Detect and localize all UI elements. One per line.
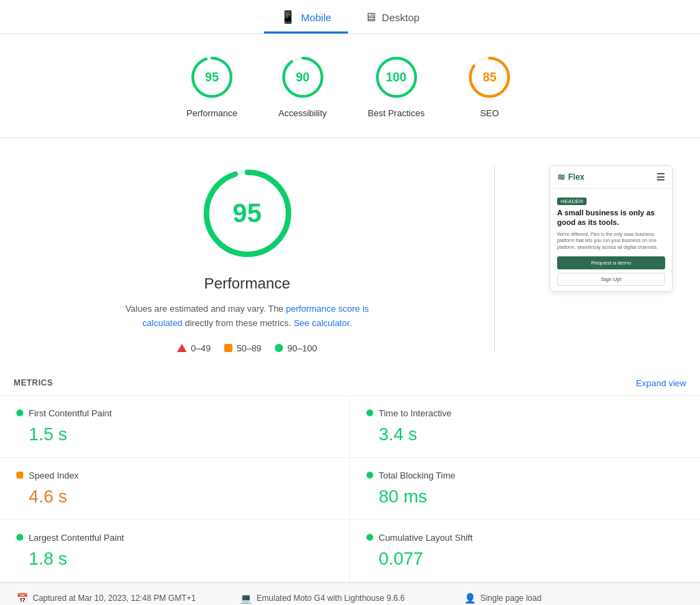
circle-performance: 95 bbox=[188, 53, 236, 101]
tab-desktop-label: Desktop bbox=[382, 12, 420, 23]
legend-good: 90–100 bbox=[275, 343, 317, 353]
mock-heading: A small business is only as good as its … bbox=[557, 208, 665, 228]
mobile-icon: 📱 bbox=[280, 10, 295, 25]
metric-label-si: Speed Index bbox=[29, 470, 79, 481]
metric-tti: Time to Interactive 3.4 s bbox=[350, 396, 700, 458]
score-best-practices: 100 Best Practices bbox=[368, 53, 425, 118]
score-value-best-practices: 100 bbox=[386, 70, 407, 85]
metric-name-row-si: Speed Index bbox=[16, 470, 333, 481]
footer-text: Captured at Mar 10, 2023, 12:48 PM GMT+1 bbox=[33, 593, 196, 603]
circle-best-practices: 100 bbox=[373, 53, 420, 101]
expand-view-button[interactable]: Expand view bbox=[636, 378, 686, 388]
vertical-divider bbox=[494, 165, 495, 353]
score-label-accessibility: Accessibility bbox=[278, 108, 327, 118]
mock-cta-button[interactable]: Request a demo bbox=[557, 256, 665, 269]
scores-row: 95 Performance 90 Accessibility 100 bbox=[0, 34, 700, 138]
score-accessibility: 90 Accessibility bbox=[278, 53, 327, 118]
metrics-title: METRICS bbox=[14, 378, 53, 388]
legend-bad-range: 0–49 bbox=[191, 343, 211, 353]
mock-body: HEADER A small business is only as good … bbox=[550, 189, 672, 291]
mock-browser-header: ≋ Flex ☰ bbox=[550, 166, 672, 189]
legend-bad: 0–49 bbox=[177, 343, 211, 353]
metric-name-row-lcp: Largest Contentful Paint bbox=[16, 533, 333, 543]
big-score-value: 95 bbox=[232, 199, 261, 228]
metric-fcp: First Contentful Paint 1.5 s bbox=[0, 396, 350, 458]
performance-panel: 95 Performance Values are estimated and … bbox=[27, 165, 467, 353]
mock-brand: ≋ Flex bbox=[557, 172, 584, 183]
score-value-accessibility: 90 bbox=[296, 70, 310, 85]
mock-para: We're different. Flex is the only saas b… bbox=[557, 231, 665, 251]
footer-icon: 👤 bbox=[464, 593, 476, 604]
footer-bar: 📅 Captured at Mar 10, 2023, 12:48 PM GMT… bbox=[0, 582, 700, 605]
footer-item: 💻 Emulated Moto G4 with Lighthouse 9.6.6 bbox=[240, 593, 459, 604]
metric-label-lcp: Largest Contentful Paint bbox=[29, 533, 124, 543]
metric-label-tti: Time to Interactive bbox=[379, 408, 451, 418]
footer-item: 📅 Captured at Mar 10, 2023, 12:48 PM GMT… bbox=[16, 593, 236, 604]
mock-browser: ≋ Flex ☰ HEADER A small business is only… bbox=[550, 165, 673, 292]
metric-lcp: Largest Contentful Paint 1.8 s bbox=[0, 520, 350, 582]
metric-value-si: 4.6 s bbox=[16, 486, 333, 507]
metric-value-lcp: 1.8 s bbox=[16, 548, 333, 569]
metric-name-row-tti: Time to Interactive bbox=[366, 408, 684, 418]
tab-mobile-label: Mobile bbox=[301, 12, 331, 23]
calculator-link[interactable]: See calculator. bbox=[293, 318, 351, 328]
metric-dot-tti bbox=[366, 409, 373, 416]
score-label-best-practices: Best Practices bbox=[368, 108, 425, 118]
footer-item: 👤 Single page load bbox=[464, 593, 684, 604]
metric-value-cls: 0.077 bbox=[366, 548, 684, 569]
legend-good-range: 90–100 bbox=[287, 343, 317, 353]
metric-label-cls: Cumulative Layout Shift bbox=[379, 533, 472, 543]
metric-si: Speed Index 4.6 s bbox=[0, 458, 350, 520]
score-seo: 85 SEO bbox=[466, 53, 513, 118]
desktop-icon: 🖥 bbox=[364, 10, 377, 25]
metrics-grid: First Contentful Paint 1.5 s Time to Int… bbox=[0, 395, 700, 582]
footer-text: Single page load bbox=[481, 593, 541, 603]
mock-signup-button[interactable]: Sign Up! bbox=[557, 273, 665, 286]
big-score-circle: 95 bbox=[200, 165, 295, 261]
metric-dot-si bbox=[16, 472, 23, 479]
metric-dot-tbt bbox=[366, 472, 373, 479]
metric-label-tbt: Total Blocking Time bbox=[379, 470, 455, 481]
score-value-seo: 85 bbox=[483, 70, 496, 85]
circle-accessibility: 90 bbox=[279, 53, 327, 101]
metric-dot-lcp bbox=[16, 534, 23, 541]
mock-badge: HEADER bbox=[557, 198, 587, 205]
metric-dot-fcp bbox=[16, 409, 23, 416]
legend: 0–49 50–89 90–100 bbox=[177, 343, 317, 353]
metric-name-row-cls: Cumulative Layout Shift bbox=[366, 533, 684, 543]
metric-tbt: Total Blocking Time 80 ms bbox=[350, 458, 700, 520]
main-area: 95 Performance Values are estimated and … bbox=[0, 138, 700, 367]
metric-name-row-tbt: Total Blocking Time bbox=[366, 470, 684, 481]
legend-avg: 50–89 bbox=[224, 343, 261, 353]
perf-description: Values are estimated and may vary. The p… bbox=[118, 302, 377, 331]
metric-dot-cls bbox=[366, 534, 373, 541]
tab-desktop[interactable]: 🖥 Desktop bbox=[348, 3, 436, 33]
score-label-performance: Performance bbox=[187, 108, 237, 118]
metric-name-row-fcp: First Contentful Paint bbox=[16, 408, 333, 418]
avg-icon bbox=[224, 344, 232, 352]
legend-avg-range: 50–89 bbox=[237, 343, 261, 353]
footer-text: Emulated Moto G4 with Lighthouse 9.6.6 bbox=[256, 593, 405, 603]
mock-burger-icon: ☰ bbox=[656, 172, 665, 183]
metrics-header: METRICS Expand view bbox=[0, 367, 700, 395]
mock-browser-panel: ≋ Flex ☰ HEADER A small business is only… bbox=[550, 165, 673, 353]
tab-mobile[interactable]: 📱 Mobile bbox=[264, 3, 347, 33]
footer-icon: 💻 bbox=[240, 593, 252, 604]
metric-value-tti: 3.4 s bbox=[366, 424, 684, 445]
tabs-bar: 📱 Mobile 🖥 Desktop bbox=[0, 0, 700, 34]
footer-icon: 📅 bbox=[16, 593, 28, 604]
good-icon bbox=[275, 344, 283, 352]
score-performance: 95 Performance bbox=[187, 53, 237, 118]
score-value-performance: 95 bbox=[205, 70, 219, 85]
bad-icon bbox=[177, 344, 187, 352]
metric-value-fcp: 1.5 s bbox=[16, 424, 333, 445]
metric-label-fcp: First Contentful Paint bbox=[29, 408, 111, 418]
circle-seo: 85 bbox=[466, 53, 513, 101]
perf-title: Performance bbox=[204, 275, 291, 293]
metric-cls: Cumulative Layout Shift 0.077 bbox=[350, 520, 700, 582]
metric-value-tbt: 80 ms bbox=[366, 486, 684, 507]
score-label-seo: SEO bbox=[480, 108, 498, 118]
